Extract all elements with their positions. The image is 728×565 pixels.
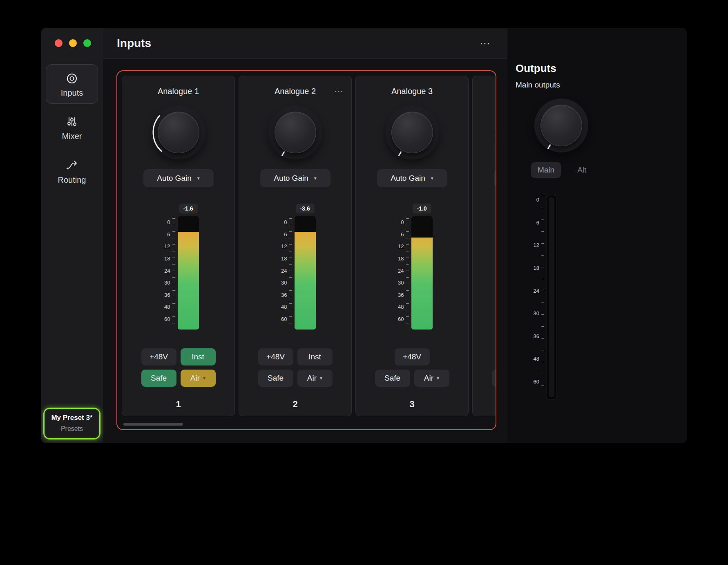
- channel-number: 2: [293, 399, 297, 410]
- horizontal-scrollbar[interactable]: [123, 423, 183, 426]
- scale-label: 24: [398, 268, 404, 274]
- sidebar-item-routing[interactable]: Routing: [46, 152, 98, 191]
- app-window: Inputs Mixer: [41, 28, 687, 443]
- air-button[interactable]: Air ▾: [181, 370, 216, 387]
- output-meter-track: [547, 195, 556, 399]
- sidebar-item-label: Inputs: [61, 88, 83, 98]
- level-meter: 0612182430364860 -1.0: [392, 204, 433, 330]
- sidebar-item-label: Mixer: [62, 132, 82, 141]
- channel-number: 3: [409, 399, 414, 410]
- meter-bar: [178, 216, 199, 330]
- outputs-panel: Outputs Main outputs Main Alt 0612182430…: [507, 28, 687, 443]
- knob-face: [158, 112, 199, 153]
- gain-knob[interactable]: [385, 105, 439, 159]
- minimize-button[interactable]: [69, 39, 77, 47]
- scale-label: 6: [536, 220, 539, 226]
- scale-label: 6: [401, 231, 404, 238]
- chevron-down-icon: ▾: [437, 375, 439, 381]
- sidebar-item-inputs[interactable]: Inputs: [46, 64, 98, 104]
- scale-label: 60: [281, 316, 287, 322]
- zoom-button[interactable]: [83, 39, 91, 47]
- inputs-content: Analogue 1 Auto Gain ▾ 0612182430364860: [103, 59, 507, 443]
- scale-label: 30: [164, 280, 170, 286]
- preset-name: My Preset 3*: [46, 414, 98, 422]
- tab-main[interactable]: Main: [531, 162, 561, 178]
- phantom-power-button[interactable]: +48V: [258, 348, 293, 365]
- channel-strip-2: Analogue 2 ⋯ Auto Gain ▾ 061218243036486…: [239, 76, 352, 416]
- air-label: Air: [190, 374, 200, 383]
- air-label: Air: [424, 374, 433, 383]
- gain-knob[interactable]: [268, 105, 322, 159]
- scale-label: 36: [398, 292, 404, 298]
- phantom-power-button[interactable]: +48V: [395, 348, 430, 365]
- air-label: Air: [307, 374, 317, 383]
- gain-mode-label: Auto Gain: [391, 174, 425, 183]
- scale-label: 48: [398, 304, 404, 310]
- scale-label: 18: [398, 256, 404, 262]
- knob-needle: [547, 144, 551, 150]
- scale-label: 12: [534, 242, 539, 248]
- gain-mode-select[interactable]: Auto Gain ▾: [260, 169, 331, 187]
- scale-label: 18: [534, 265, 539, 271]
- channel-name: Analogue 3: [391, 87, 433, 96]
- safe-button[interactable]: Safe: [141, 370, 176, 387]
- safe-button[interactable]: Safe: [375, 370, 410, 387]
- channel-menu-button[interactable]: ⋯: [334, 86, 343, 96]
- phantom-power-button[interactable]: +48V: [141, 348, 176, 365]
- air-button[interactable]: Air ▾: [297, 370, 333, 387]
- chevron-down-icon: ▾: [314, 175, 317, 181]
- outputs-title: Outputs: [516, 62, 687, 75]
- chevron-down-icon: ▾: [203, 375, 205, 381]
- window-controls: [41, 39, 103, 47]
- safe-button[interactable]: [492, 370, 497, 387]
- mixer-icon: [65, 115, 78, 128]
- knob-needle: [398, 151, 402, 157]
- inputs-icon: [65, 72, 78, 85]
- scale-label: 60: [164, 316, 170, 322]
- peak-value-badge: -3.6: [296, 204, 315, 213]
- safe-button[interactable]: Safe: [258, 370, 293, 387]
- channel-name: Analogue 2: [275, 87, 316, 96]
- scale-label: 18: [164, 256, 170, 262]
- channel-header: Analogue 3: [356, 87, 468, 96]
- scale-label: 24: [164, 268, 170, 274]
- scale-label: 18: [281, 256, 287, 262]
- gain-mode-select[interactable]: Auto Gain ▾: [143, 169, 214, 187]
- scale-label: 36: [164, 292, 170, 298]
- channel-header: Analogue 2 ⋯: [239, 87, 351, 96]
- sidebar-item-mixer[interactable]: Mixer: [46, 109, 98, 148]
- routing-icon: [65, 159, 78, 172]
- meter-scale: 0612182430364860: [392, 219, 404, 322]
- inst-button[interactable]: Inst: [297, 348, 333, 365]
- meter-bar-column: -1.0: [411, 204, 433, 330]
- inst-button[interactable]: Inst: [181, 348, 216, 365]
- gain-mode-select[interactable]: Auto Gain ▾: [377, 169, 447, 187]
- channel-strip-3: Analogue 3 Auto Gain ▾ 0612182430364860: [355, 76, 469, 416]
- close-button[interactable]: [55, 39, 63, 47]
- knob-face: [275, 112, 316, 153]
- chevron-down-icon: ▾: [431, 175, 433, 181]
- channel-number: 1: [176, 399, 181, 410]
- channel-buttons: [492, 348, 497, 387]
- output-volume-knob[interactable]: [534, 99, 588, 152]
- scale-label: 30: [281, 280, 287, 286]
- meter-ticks: [172, 218, 175, 324]
- output-tabs: Main Alt: [531, 162, 687, 178]
- header-menu-button[interactable]: ⋯: [480, 41, 491, 45]
- gain-knob[interactable]: [152, 105, 205, 159]
- scale-label: 12: [164, 243, 170, 249]
- level-meter: 0612182430364860 -1.6: [158, 204, 199, 330]
- outputs-subtitle: Main outputs: [516, 81, 687, 90]
- gain-mode-select[interactable]: [494, 169, 497, 187]
- meter-headroom: [178, 216, 199, 232]
- scale-label: 12: [398, 243, 404, 249]
- sidebar: Inputs Mixer: [41, 28, 103, 443]
- scale-label: 24: [534, 288, 539, 294]
- tab-alt[interactable]: Alt: [571, 162, 593, 178]
- channel-strip-4-partial: [472, 76, 496, 416]
- meter-bar-column: -3.6: [295, 204, 316, 330]
- meter-scale: 0612182430364860: [275, 219, 287, 322]
- air-button[interactable]: Air ▾: [414, 370, 449, 387]
- knob-face: [391, 112, 433, 153]
- preset-selector[interactable]: My Preset 3* Presets: [43, 408, 100, 439]
